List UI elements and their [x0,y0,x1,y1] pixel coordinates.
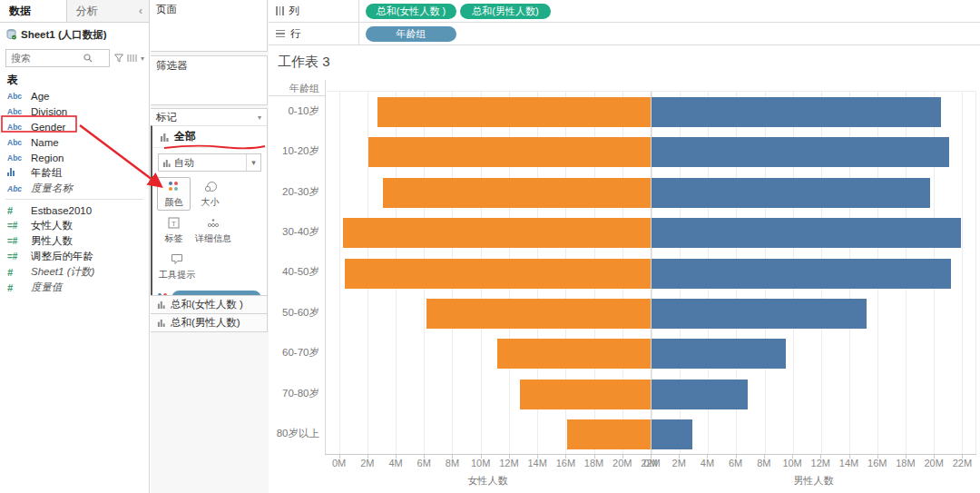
bar-男性人数-60-70岁[interactable] [652,339,786,369]
tick-mark [339,455,340,458]
field-Gender[interactable]: AbcGender [0,119,149,134]
view-grid-icon[interactable] [127,54,137,63]
mark-type-dropdown[interactable]: 自动 ▾ [158,153,261,172]
bar-男性人数-20-30岁[interactable] [652,178,930,208]
tab-analytics[interactable]: 分析 [67,0,133,22]
field-Region[interactable]: AbcRegion [0,150,149,165]
field-label: Sheet1 (计数) [31,265,94,279]
tick-label: 10M [782,458,801,468]
bar-男性人数-0-10岁[interactable] [652,97,941,127]
field-label: Division [31,106,67,117]
bar-男性人数-40-50岁[interactable] [652,259,951,289]
field-label: 男性人数 [31,234,73,248]
search-row: ▾ [5,49,144,67]
row-label[interactable]: 60-70岁 [269,333,319,373]
row-label[interactable]: 0-10岁 [269,91,319,131]
marks-card-female[interactable]: 总和(女性人数 ) [151,295,268,314]
field-度量名称[interactable]: Abc度量名称 [0,181,149,196]
row-label[interactable]: 50-60岁 [269,292,319,332]
bar-男性人数-10-20岁[interactable] [652,137,949,167]
bar-chart-icon [159,159,171,167]
field-label: Name [31,137,59,148]
tooltip-icon [171,252,183,267]
hash-field-icon: # [7,282,25,293]
size-button[interactable]: 大小 [193,177,227,211]
detail-button[interactable]: 详细信息 [193,213,233,247]
search-icon [83,54,93,63]
bar-女性人数-10-20岁[interactable] [368,137,651,167]
field-度量值[interactable]: #度量值 [0,280,149,295]
abc-field-icon: Abc [7,123,25,132]
row-labels: 0-10岁10-20岁20-30岁30-40岁40-50岁50-60岁60-70… [269,91,319,454]
tick-label: 8M [757,458,770,468]
database-icon [6,29,16,40]
marks-card-male[interactable]: 总和(男性人数) [151,313,268,332]
rows-shelf[interactable]: 年龄组 [359,23,980,44]
row-pill-0[interactable]: 年龄组 [366,26,456,42]
field-男性人数[interactable]: =#男性人数 [0,233,149,249]
columns-icon [276,6,284,15]
row-label[interactable]: 70-80岁 [269,373,319,413]
row-label[interactable]: 10-20岁 [269,131,319,171]
marks-caret-icon[interactable]: ▾ [258,113,261,122]
pyramid-plot [325,91,976,454]
view-options-caret-icon[interactable]: ▾ [141,54,144,63]
measure-card-label: 总和(女性人数 ) [171,298,243,311]
rows-shelf-label: 行 [269,23,359,44]
gridline [339,92,340,455]
tab-data[interactable]: 数据 [0,0,67,22]
field-label: 度量值 [31,281,63,294]
datasource-row[interactable]: Sheet1 (人口数据) [0,25,149,44]
collapse-pane-icon[interactable]: ‹ [132,0,149,22]
pane-tabs: 数据 分析 ‹ [0,0,149,23]
field-Estbase2010[interactable]: #Estbase2010 [0,202,149,218]
marks-all-tab[interactable]: 全部 [152,126,267,148]
row-label[interactable]: 20-30岁 [269,172,319,212]
worksheet-area: 列 总和(女性人数 )总和(男性人数) 行 年龄组 工作表 3 年龄组 0-10… [269,0,980,493]
field-Age[interactable]: AbcAge [0,88,149,104]
search-box[interactable] [5,49,110,67]
field-label: 调整后的年龄 [31,250,93,263]
row-label[interactable]: 30-40岁 [269,212,319,251]
row-label[interactable]: 80岁以上 [269,414,319,454]
bar-男性人数-50-60岁[interactable] [652,299,867,329]
bar-女性人数-60-70岁[interactable] [497,339,651,369]
field-label: Estbase2010 [31,205,92,216]
tick-label: 0M [643,458,657,468]
tick-mark [424,455,425,458]
bar-女性人数-30-40岁[interactable] [343,218,651,248]
bar-女性人数-70-80岁[interactable] [520,380,651,409]
bar-女性人数-80岁以上[interactable] [567,419,651,449]
label-button[interactable]: T 标签 [157,213,191,247]
bar-男性人数-80岁以上[interactable] [652,419,692,449]
color-button[interactable]: 颜色 [157,177,191,211]
data-pane: 数据 分析 ‹ Sheet1 (人口数据) [0,0,150,493]
tick-label: 10M [471,458,490,468]
bar-女性人数-50-60岁[interactable] [426,299,651,329]
field-女性人数[interactable]: =#女性人数 [0,218,149,233]
filter-funnel-icon[interactable] [114,54,123,63]
dropdown-caret-icon[interactable]: ▾ [246,154,260,171]
sheet-title: 工作表 3 [278,54,330,71]
search-input[interactable] [11,53,83,64]
field-label: Gender [31,122,65,133]
column-pill-0[interactable]: 总和(女性人数 ) [366,4,456,19]
tooltip-button[interactable]: 工具提示 [157,250,197,283]
bar-女性人数-0-10岁[interactable] [377,97,651,127]
abc-field-icon: Abc [7,184,25,193]
field-Sheet1 (计数)[interactable]: #Sheet1 (计数) [0,264,149,280]
columns-shelf[interactable]: 总和(女性人数 )总和(男性人数) [359,0,980,22]
column-pill-1[interactable]: 总和(男性人数) [460,4,551,19]
filters-shelf[interactable]: 筛选器 [151,55,268,105]
bar-男性人数-70-80岁[interactable] [652,380,748,409]
field-调整后的年龄[interactable]: =#调整后的年龄 [0,249,149,264]
row-label[interactable]: 40-50岁 [269,252,319,292]
field-Division[interactable]: AbcDivision [0,104,149,119]
field-年龄组[interactable]: 年龄组 [0,165,149,181]
bar-女性人数-40-50岁[interactable] [345,259,651,289]
bar-男性人数-30-40岁[interactable] [652,218,961,248]
tick-mark [452,455,453,458]
field-Name[interactable]: AbcName [0,134,149,150]
bar-女性人数-20-30岁[interactable] [383,178,651,208]
pages-shelf[interactable]: 页面 [151,0,268,52]
